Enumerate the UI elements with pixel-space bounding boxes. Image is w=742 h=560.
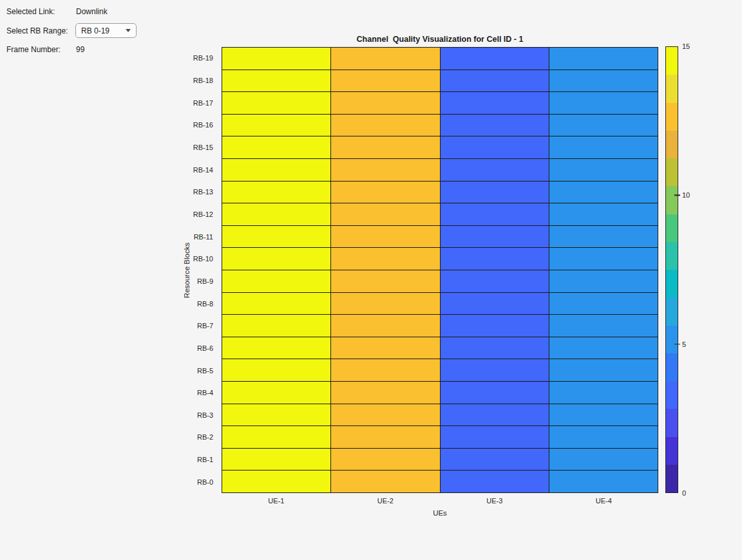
colorbar-segment	[666, 270, 678, 297]
heatmap-cell	[441, 182, 549, 203]
heatmap-cell	[441, 159, 549, 181]
heatmap-cell	[549, 70, 658, 92]
heatmap-cell	[549, 159, 658, 181]
y-tick-label: RB-2	[0, 426, 218, 449]
heatmap-cell	[549, 182, 658, 203]
heatmap-cell	[549, 226, 658, 248]
colorbar-tick-label: 0	[682, 489, 686, 497]
colorbar-segment	[666, 214, 678, 242]
heatmap-cell	[549, 248, 658, 270]
heatmap-cell	[331, 115, 439, 136]
heatmap-cell	[331, 337, 439, 359]
heatmap-cell	[441, 293, 549, 315]
heatmap-cell	[549, 136, 658, 158]
colorbar-segment	[666, 47, 678, 75]
y-axis-label: Resource Blocks	[183, 243, 191, 298]
colorbar-tick-label: 15	[682, 42, 690, 50]
heatmap-cell	[441, 48, 549, 70]
heatmap-cell	[331, 404, 439, 426]
y-tick-label: RB-4	[0, 382, 218, 404]
y-tick-label: RB-6	[0, 337, 218, 360]
heatmap-cell	[441, 404, 549, 426]
heatmap-cell	[441, 248, 549, 270]
heatmap-cell	[441, 471, 549, 492]
y-tick-label: RB-3	[0, 404, 218, 427]
colorbar-segment	[666, 242, 678, 270]
heatmap-cell	[222, 270, 330, 292]
selected-link-value: Downlink	[76, 7, 108, 16]
heatmap-cell	[331, 315, 439, 337]
heatmap-cell	[222, 404, 330, 426]
x-tick-labels: UE-1UE-2UE-3UE-4	[222, 497, 658, 507]
y-tick-label: RB-17	[0, 91, 218, 114]
heatmap-cell	[441, 315, 549, 337]
y-tick-label: RB-0	[0, 471, 218, 493]
y-tick-label: RB-5	[0, 359, 218, 382]
heatmap-cell	[331, 359, 439, 381]
heatmap-cell	[331, 382, 439, 404]
heatmap-cell	[549, 426, 658, 448]
y-tick-label: RB-13	[0, 181, 218, 203]
x-tick-label: UE-4	[549, 497, 659, 507]
colorbar-segment	[666, 158, 678, 186]
rb-range-dropdown[interactable]: RB 0-19	[75, 23, 137, 38]
caret-down-icon	[126, 29, 131, 32]
heatmap-cell	[222, 70, 330, 92]
heatmap-cell	[222, 248, 330, 270]
heatmap-cell	[331, 248, 439, 270]
selected-link-label: Selected Link:	[6, 7, 55, 16]
heatmap-cell	[549, 293, 658, 315]
heatmap-cell	[441, 270, 549, 292]
heatmap-cell	[331, 136, 439, 158]
heatmap-cell	[331, 270, 439, 292]
heatmap-cell	[222, 359, 330, 381]
heatmap-cell	[549, 203, 658, 225]
y-tick-label: RB-18	[0, 70, 218, 92]
heatmap-cell	[222, 115, 330, 136]
colorbar-segment	[666, 437, 678, 465]
heatmap-cell	[222, 449, 330, 471]
heatmap-cell	[222, 471, 330, 492]
heatmap-cell	[441, 136, 549, 158]
heatmap-cell	[331, 426, 439, 448]
colorbar	[665, 46, 678, 493]
x-tick-label: UE-3	[440, 497, 549, 507]
heatmap-cell	[331, 159, 439, 181]
heatmap-cell	[331, 182, 439, 203]
colorbar-segment	[666, 326, 678, 353]
app-window: { "app": { "background": "#f5f5f5" }, "c…	[0, 0, 742, 560]
heatmap-cell	[441, 426, 549, 448]
heatmap-cell	[222, 92, 330, 114]
colorbar-segment	[666, 465, 678, 492]
colorbar-tick-label: 5	[682, 341, 686, 348]
heatmap-grid	[222, 47, 658, 493]
heatmap-cell	[222, 136, 330, 158]
y-tick-label: RB-16	[0, 114, 218, 136]
heatmap-cell	[331, 471, 439, 492]
rb-range-label: Select RB Range:	[6, 26, 68, 35]
chart-title: Channel Quality Visualization for Cell I…	[222, 35, 658, 44]
heatmap-cell	[549, 471, 658, 492]
heatmap-cell	[331, 70, 439, 92]
colorbar-segment	[666, 186, 678, 214]
heatmap-cell	[441, 70, 549, 92]
heatmap-cell	[222, 426, 330, 448]
heatmap-cell	[441, 226, 549, 248]
y-tick-label: RB-7	[0, 315, 218, 337]
heatmap-cell	[549, 404, 658, 426]
y-tick-label: RB-19	[0, 47, 218, 70]
colorbar-segment	[666, 353, 678, 381]
heatmap-cell	[441, 92, 549, 114]
y-tick-label: RB-15	[0, 136, 218, 159]
heatmap-cell	[222, 203, 330, 225]
heatmap-cell	[441, 115, 549, 136]
heatmap-cell	[222, 293, 330, 315]
heatmap-cell	[331, 92, 439, 114]
heatmap-cell	[549, 315, 658, 337]
heatmap-cell	[549, 382, 658, 404]
colorbar-segment	[666, 103, 678, 131]
heatmap-cell	[222, 182, 330, 203]
heatmap-cell	[549, 359, 658, 381]
y-tick-label: RB-12	[0, 203, 218, 226]
colorbar-segment	[666, 297, 678, 325]
